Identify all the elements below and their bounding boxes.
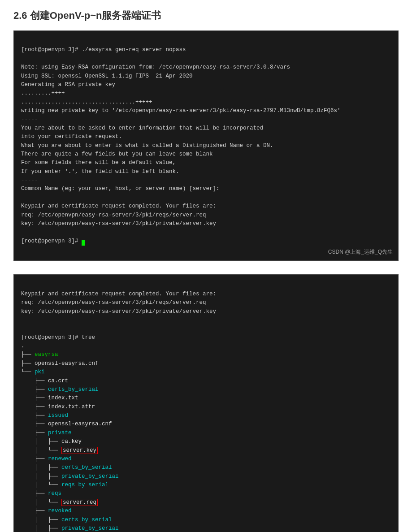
terminal1-watermark: CSDN @上海_运维_Q先生 <box>328 248 393 256</box>
terminal1-content: [root@openvpn 3]# ./easyrsa gen-req serv… <box>21 47 341 244</box>
terminal2-content: Keypair and certificate request complete… <box>21 291 216 532</box>
terminal-block-1: [root@openvpn 3]# ./easyrsa gen-req serv… <box>13 30 399 261</box>
terminal-block-2: Keypair and certificate request complete… <box>13 274 399 532</box>
page-title: 2.6 创建OpenV-p~n服务器端证书 <box>13 9 399 22</box>
